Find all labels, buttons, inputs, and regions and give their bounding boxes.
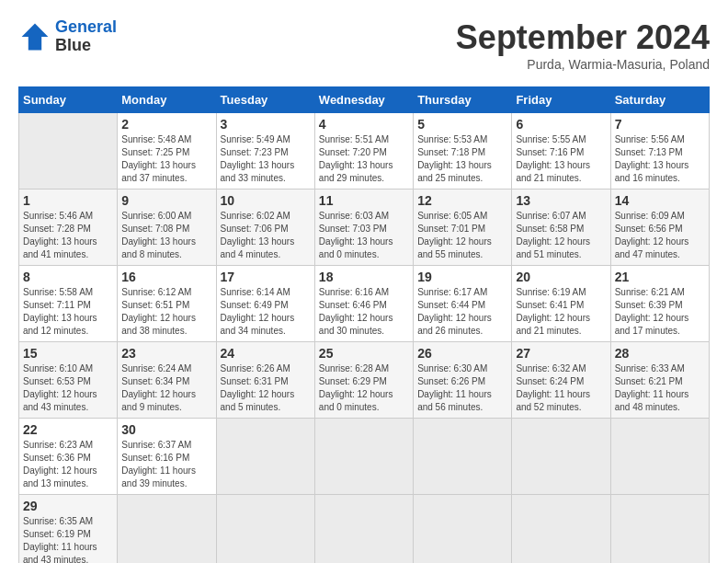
- day-info: Sunrise: 6:35 AM Sunset: 6:19 PM Dayligh…: [23, 515, 113, 563]
- calendar-cell: 7 Sunrise: 5:56 AM Sunset: 7:13 PM Dayli…: [610, 113, 709, 190]
- day-number: 4: [319, 117, 409, 132]
- col-saturday: Saturday: [610, 87, 709, 113]
- day-number: 1: [23, 193, 113, 208]
- day-info: Sunrise: 6:12 AM Sunset: 6:51 PM Dayligh…: [121, 286, 211, 338]
- day-info: Sunrise: 5:49 AM Sunset: 7:23 PM Dayligh…: [221, 133, 311, 185]
- day-number: 13: [516, 193, 606, 208]
- calendar-cell: 25 Sunrise: 6:28 AM Sunset: 6:29 PM Dayl…: [314, 342, 413, 419]
- calendar-cell: [414, 495, 512, 564]
- day-info: Sunrise: 5:56 AM Sunset: 7:13 PM Dayligh…: [615, 133, 705, 185]
- calendar-cell: [610, 419, 709, 495]
- day-number: 21: [615, 270, 705, 284]
- calendar-week-6: 29 Sunrise: 6:35 AM Sunset: 6:19 PM Dayl…: [19, 495, 710, 564]
- day-info: Sunrise: 6:26 AM Sunset: 6:31 PM Dayligh…: [221, 362, 311, 414]
- svg-marker-0: [22, 23, 49, 50]
- day-info: Sunrise: 6:21 AM Sunset: 6:39 PM Dayligh…: [615, 286, 705, 338]
- day-info: Sunrise: 5:53 AM Sunset: 7:18 PM Dayligh…: [417, 133, 507, 185]
- calendar-cell: [512, 419, 610, 495]
- col-tuesday: Tuesday: [216, 87, 314, 113]
- day-number: 14: [615, 193, 705, 208]
- calendar-cell: 24 Sunrise: 6:26 AM Sunset: 6:31 PM Dayl…: [216, 342, 314, 419]
- col-thursday: Thursday: [414, 87, 512, 113]
- day-number: 11: [319, 193, 409, 208]
- day-info: Sunrise: 6:28 AM Sunset: 6:29 PM Dayligh…: [319, 362, 409, 414]
- calendar-cell: [19, 113, 118, 190]
- day-info: Sunrise: 5:46 AM Sunset: 7:28 PM Dayligh…: [23, 210, 113, 261]
- calendar-cell: 23 Sunrise: 6:24 AM Sunset: 6:34 PM Dayl…: [118, 342, 216, 419]
- day-number: 17: [221, 270, 311, 284]
- day-info: Sunrise: 5:58 AM Sunset: 7:11 PM Dayligh…: [23, 286, 113, 338]
- day-info: Sunrise: 6:05 AM Sunset: 7:01 PM Dayligh…: [417, 210, 507, 261]
- logo-icon: [18, 20, 51, 53]
- calendar-cell: 17 Sunrise: 6:14 AM Sunset: 6:49 PM Dayl…: [216, 266, 314, 342]
- day-number: 25: [319, 346, 409, 361]
- col-friday: Friday: [512, 87, 610, 113]
- calendar-week-2: 1 Sunrise: 5:46 AM Sunset: 7:28 PM Dayli…: [19, 190, 710, 266]
- title-block: September 2024 Purda, Warmia-Masuria, Po…: [456, 18, 710, 72]
- calendar-cell: 10 Sunrise: 6:02 AM Sunset: 7:06 PM Dayl…: [216, 190, 314, 266]
- day-number: 27: [516, 346, 606, 361]
- day-info: Sunrise: 6:17 AM Sunset: 6:44 PM Dayligh…: [417, 286, 507, 338]
- day-info: Sunrise: 6:10 AM Sunset: 6:53 PM Dayligh…: [23, 362, 113, 414]
- calendar-cell: [216, 495, 314, 564]
- calendar-cell: 13 Sunrise: 6:07 AM Sunset: 6:58 PM Dayl…: [512, 190, 610, 266]
- calendar-cell: [414, 419, 512, 495]
- calendar-cell: 3 Sunrise: 5:49 AM Sunset: 7:23 PM Dayli…: [216, 113, 314, 190]
- day-number: 12: [417, 193, 507, 208]
- calendar-cell: 16 Sunrise: 6:12 AM Sunset: 6:51 PM Dayl…: [118, 266, 216, 342]
- col-wednesday: Wednesday: [314, 87, 413, 113]
- day-number: 3: [221, 117, 311, 132]
- day-number: 9: [121, 193, 211, 208]
- day-info: Sunrise: 6:14 AM Sunset: 6:49 PM Dayligh…: [221, 286, 311, 338]
- calendar-cell: [118, 495, 216, 564]
- calendar-week-3: 8 Sunrise: 5:58 AM Sunset: 7:11 PM Dayli…: [19, 266, 710, 342]
- day-info: Sunrise: 6:00 AM Sunset: 7:08 PM Dayligh…: [121, 210, 211, 261]
- day-number: 16: [121, 270, 211, 284]
- calendar-week-5: 22 Sunrise: 6:23 AM Sunset: 6:36 PM Dayl…: [19, 419, 710, 495]
- day-number: 19: [417, 270, 507, 284]
- day-info: Sunrise: 6:07 AM Sunset: 6:58 PM Dayligh…: [516, 210, 606, 261]
- calendar-cell: 29 Sunrise: 6:35 AM Sunset: 6:19 PM Dayl…: [19, 495, 118, 564]
- calendar-cell: [216, 419, 314, 495]
- day-number: 28: [615, 346, 705, 361]
- calendar-cell: 18 Sunrise: 6:16 AM Sunset: 6:46 PM Dayl…: [314, 266, 413, 342]
- day-number: 29: [23, 499, 113, 513]
- day-number: 26: [417, 346, 507, 361]
- day-number: 8: [23, 270, 113, 284]
- calendar-table: SundayMondayTuesdayWednesdayThursdayFrid…: [18, 86, 710, 563]
- calendar-cell: 22 Sunrise: 6:23 AM Sunset: 6:36 PM Dayl…: [19, 419, 118, 495]
- calendar-header: SundayMondayTuesdayWednesdayThursdayFrid…: [19, 87, 710, 113]
- calendar-cell: 20 Sunrise: 6:19 AM Sunset: 6:41 PM Dayl…: [512, 266, 610, 342]
- calendar-cell: 26 Sunrise: 6:30 AM Sunset: 6:26 PM Dayl…: [414, 342, 512, 419]
- calendar-cell: 15 Sunrise: 6:10 AM Sunset: 6:53 PM Dayl…: [19, 342, 118, 419]
- calendar-cell: 14 Sunrise: 6:09 AM Sunset: 6:56 PM Dayl…: [610, 190, 709, 266]
- calendar-cell: 12 Sunrise: 6:05 AM Sunset: 7:01 PM Dayl…: [414, 190, 512, 266]
- day-number: 24: [221, 346, 311, 361]
- day-info: Sunrise: 6:16 AM Sunset: 6:46 PM Dayligh…: [319, 286, 409, 338]
- calendar-cell: [512, 495, 610, 564]
- col-monday: Monday: [118, 87, 216, 113]
- day-info: Sunrise: 6:37 AM Sunset: 6:16 PM Dayligh…: [121, 439, 211, 490]
- day-info: Sunrise: 5:51 AM Sunset: 7:20 PM Dayligh…: [319, 133, 409, 185]
- logo-text: GeneralBlue: [55, 18, 117, 55]
- calendar-cell: 4 Sunrise: 5:51 AM Sunset: 7:20 PM Dayli…: [314, 113, 413, 190]
- calendar-cell: [314, 495, 413, 564]
- calendar-cell: 19 Sunrise: 6:17 AM Sunset: 6:44 PM Dayl…: [414, 266, 512, 342]
- calendar-cell: 2 Sunrise: 5:48 AM Sunset: 7:25 PM Dayli…: [118, 113, 216, 190]
- calendar-body: 2 Sunrise: 5:48 AM Sunset: 7:25 PM Dayli…: [19, 113, 710, 564]
- location-subtitle: Purda, Warmia-Masuria, Poland: [456, 57, 710, 72]
- day-info: Sunrise: 5:48 AM Sunset: 7:25 PM Dayligh…: [121, 133, 211, 185]
- day-info: Sunrise: 6:33 AM Sunset: 6:21 PM Dayligh…: [615, 362, 705, 414]
- month-title: September 2024: [456, 18, 710, 57]
- day-info: Sunrise: 6:32 AM Sunset: 6:24 PM Dayligh…: [516, 362, 606, 414]
- day-info: Sunrise: 5:55 AM Sunset: 7:16 PM Dayligh…: [516, 133, 606, 185]
- calendar-cell: 5 Sunrise: 5:53 AM Sunset: 7:18 PM Dayli…: [414, 113, 512, 190]
- calendar-cell: 21 Sunrise: 6:21 AM Sunset: 6:39 PM Dayl…: [610, 266, 709, 342]
- day-number: 5: [417, 117, 507, 132]
- day-number: 23: [121, 346, 211, 361]
- calendar-cell: 28 Sunrise: 6:33 AM Sunset: 6:21 PM Dayl…: [610, 342, 709, 419]
- day-number: 30: [121, 422, 211, 437]
- day-number: 6: [516, 117, 606, 132]
- calendar-cell: 6 Sunrise: 5:55 AM Sunset: 7:16 PM Dayli…: [512, 113, 610, 190]
- day-number: 22: [23, 422, 113, 437]
